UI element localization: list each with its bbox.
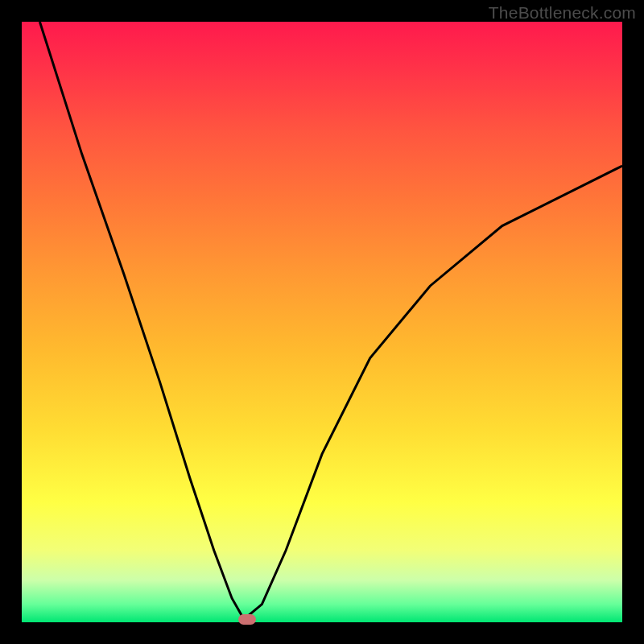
- bottleneck-curve: [22, 22, 622, 622]
- plot-area: [22, 22, 622, 622]
- curve-path: [39, 22, 622, 619]
- minimum-marker: [238, 614, 256, 625]
- watermark-text: TheBottleneck.com: [489, 3, 636, 23]
- chart-frame: TheBottleneck.com: [0, 0, 644, 644]
